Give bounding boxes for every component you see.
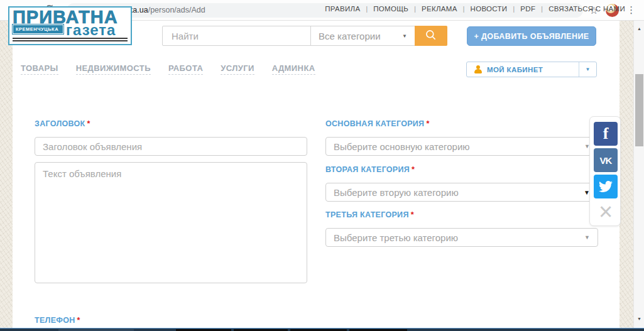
- main-category-label: ОСНОВНАЯ КАТЕГОРИЯ*: [325, 119, 430, 128]
- browser-menu-icon[interactable]: ⋮: [626, 4, 636, 16]
- link-news[interactable]: НОВОСТИ: [471, 5, 508, 13]
- social-share-panel: f VK ×: [589, 116, 621, 226]
- user-icon: [474, 65, 482, 73]
- nav-item-goods[interactable]: ТОВАРЫ: [21, 63, 58, 75]
- second-category-select[interactable]: Выберите вторую категорию ▼: [325, 183, 598, 202]
- scroll-down-icon[interactable]: ▼: [634, 313, 644, 324]
- vertical-scrollbar[interactable]: ▲ ▼: [633, 21, 644, 328]
- facebook-glyph: f: [603, 124, 609, 143]
- title-label: ЗАГОЛОВОК*: [35, 119, 90, 128]
- chevron-down-icon: ▼: [402, 33, 407, 39]
- third-category-label: ТРЕТЬЯ КАТЕГОРИЯ*: [325, 210, 414, 219]
- twitter-icon[interactable]: [594, 175, 618, 198]
- search-input[interactable]: [163, 26, 310, 45]
- search-button[interactable]: [415, 26, 447, 46]
- taskbar-edge: [0, 328, 644, 331]
- link-separator: |: [463, 6, 465, 13]
- logo-badge: КРЕМЕНЧУЦЬКА: [13, 24, 63, 34]
- third-category-value: Выберите третью категорию: [334, 232, 458, 243]
- ad-title-input[interactable]: [35, 137, 307, 156]
- search-bar: Все категории ▼: [162, 26, 447, 46]
- link-separator: |: [541, 6, 543, 13]
- add-advert-button[interactable]: + ДОБАВИТЬ ОБЪЯВЛЕНИЕ: [467, 26, 596, 46]
- second-category-value: Выберите вторую категорию: [334, 187, 459, 198]
- link-rules[interactable]: ПРАВИЛА: [325, 5, 360, 13]
- link-separator: |: [414, 6, 416, 13]
- chevron-down-icon: ▼: [584, 234, 590, 241]
- scroll-up-icon[interactable]: ▲: [634, 23, 644, 34]
- ad-text-input[interactable]: [35, 162, 307, 283]
- site-logo[interactable]: ПРИВАТНА КРЕМЕНЧУЦЬКА газета: [8, 6, 132, 45]
- phone-label: ТЕЛЕФОН*: [35, 316, 80, 325]
- third-category-select[interactable]: Выберите третью категорию ▼: [325, 228, 598, 247]
- scrollbar-thumb[interactable]: [635, 74, 643, 146]
- second-category-label: ВТОРАЯ КАТЕГОРИЯ*: [325, 165, 415, 174]
- main-category-select[interactable]: Выберите основную категорию ▼: [325, 137, 598, 156]
- facebook-icon[interactable]: f: [594, 122, 618, 146]
- vk-icon[interactable]: VK: [594, 148, 618, 172]
- link-separator: |: [366, 6, 368, 13]
- search-icon: [425, 29, 437, 43]
- screen: ← → https://privatka.ua/person/ads/Add ☆…: [0, 0, 644, 331]
- link-advertising[interactable]: РЕКЛАМА: [422, 5, 457, 13]
- my-cabinet-label: МОЙ КАБИНЕТ: [487, 66, 543, 73]
- search-category-value: Все категории: [319, 31, 381, 41]
- my-cabinet-dropdown[interactable]: ▼: [579, 62, 596, 77]
- top-links: ПРАВИЛА | ПОМОЩЬ | РЕКЛАМА | НОВОСТИ | P…: [325, 5, 625, 13]
- chevron-down-icon: ▼: [586, 67, 591, 72]
- link-help[interactable]: ПОМОЩЬ: [373, 5, 408, 13]
- nav-item-services[interactable]: УСЛУГИ: [221, 63, 254, 75]
- close-icon[interactable]: ×: [594, 198, 618, 225]
- link-separator: |: [513, 6, 515, 13]
- logo-subtitle: газета: [66, 24, 116, 36]
- search-category-select[interactable]: Все категории ▼: [310, 26, 415, 45]
- main-category-value: Выберите основную категорию: [334, 141, 470, 152]
- main-nav: ТОВАРЫ НЕДВИЖИМОСТЬ РАБОТА УСЛУГИ АДМИНК…: [21, 63, 315, 75]
- nav-item-realestate[interactable]: НЕДВИЖИМОСТЬ: [76, 63, 151, 75]
- link-contact[interactable]: СВЯЗАТЬСЯ С НАМИ: [548, 5, 625, 13]
- link-pdf[interactable]: PDF: [520, 5, 535, 13]
- vk-glyph: VK: [600, 155, 612, 166]
- my-cabinet-button[interactable]: МОЙ КАБИНЕТ ▼: [466, 62, 597, 77]
- nav-item-jobs[interactable]: РАБОТА: [168, 63, 203, 75]
- nav-item-admin[interactable]: АДМИНКА: [272, 63, 315, 75]
